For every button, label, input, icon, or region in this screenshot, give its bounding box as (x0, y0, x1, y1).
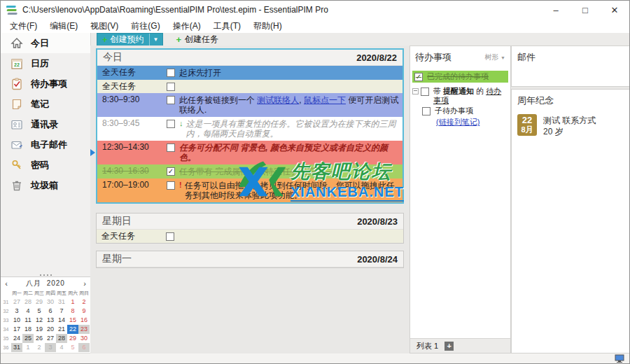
inline-link[interactable]: 测试联络人 (257, 95, 299, 105)
calendar-day[interactable]: 15 (67, 316, 78, 325)
calendar-day[interactable]: 6 (78, 343, 90, 352)
calendar-day[interactable]: 11 (22, 316, 34, 325)
task-row[interactable]: 全天任务起床先打开 (97, 66, 402, 80)
task-row[interactable]: 全天任务 (97, 80, 402, 93)
note-link[interactable]: (链接到笔记) (436, 117, 508, 127)
calendar-day-header: 周一 (11, 289, 22, 298)
calendar-next-icon[interactable]: › (79, 279, 90, 288)
task-checkbox[interactable] (167, 96, 175, 104)
calendar-day[interactable]: 4 (22, 307, 34, 316)
sidebar-item-label: 笔记 (31, 98, 49, 111)
add-list-button[interactable]: + (444, 342, 454, 351)
sidebar-item-6[interactable]: 密码 (1, 155, 90, 175)
calendar-day[interactable]: 1 (22, 343, 34, 352)
task-row[interactable]: 14:30–16:30✓任务带有 完成属性，该特定任务已完成。 (97, 164, 402, 178)
calendar-day[interactable]: 20 (45, 325, 56, 334)
task-row[interactable]: 8:30–9:30此任务被链接到一个 测试联络人, 鼠标点一下 便可开启测试联络… (97, 93, 402, 117)
sidebar-item-0[interactable]: 今日 (1, 33, 90, 53)
task-row[interactable]: 12:30–14:30任务可分配不同 背景色, 颜色来自预定义或者自定义的颜色。 (97, 141, 402, 164)
task-checkbox[interactable]: ✓ (167, 167, 175, 176)
sidebar-item-3[interactable]: 笔记 (1, 94, 90, 114)
menu-item-3[interactable]: 前往(G) (125, 19, 166, 34)
todo-view-mode-dropdown[interactable]: 树形 ▼ (484, 52, 505, 62)
calendar-day[interactable]: 9 (78, 307, 90, 316)
todo-tab-list1[interactable]: 列表 1 (416, 341, 438, 351)
menu-item-5[interactable]: 工具(T) (207, 19, 247, 34)
close-button[interactable]: ✕ (600, 1, 629, 19)
calendar-day[interactable]: 1 (67, 298, 78, 307)
menu-item-1[interactable]: 编辑(E) (43, 19, 84, 34)
calendar-day[interactable]: 3 (11, 307, 22, 316)
calendar-day[interactable]: 14 (56, 316, 67, 325)
task-checkbox[interactable] (167, 69, 175, 77)
minimize-button[interactable]: – (541, 1, 570, 19)
calendar-day[interactable]: 31 (56, 298, 67, 307)
menu-item-0[interactable]: 文件(F) (4, 19, 43, 34)
sidebar-item-label: 密码 (31, 159, 49, 172)
todo-item-2[interactable]: 子待办事项 (422, 106, 508, 115)
calendar-day[interactable]: 26 (34, 334, 45, 343)
task-checkbox[interactable] (167, 144, 175, 152)
calendar-day[interactable]: 2 (78, 298, 90, 307)
menu-item-2[interactable]: 视图(V) (84, 19, 125, 34)
calendar-day[interactable]: 6 (45, 307, 56, 316)
calendar-day[interactable]: 7 (56, 307, 67, 316)
calendar-day[interactable]: 16 (78, 316, 90, 325)
anniversary-item[interactable]: 22 8月 测试 联系方式 20 岁 (512, 112, 630, 139)
calendar-day[interactable]: 4 (56, 343, 67, 352)
sidebar-item-7[interactable]: 垃圾箱 (1, 175, 90, 195)
calendar-day[interactable]: 13 (45, 316, 56, 325)
todo-checkbox[interactable] (421, 88, 429, 96)
calendar-prev-icon[interactable]: ‹ (1, 279, 12, 288)
calendar-day[interactable]: 25 (22, 334, 34, 343)
calendar-day[interactable]: 27 (45, 334, 56, 343)
task-checkbox[interactable] (167, 181, 175, 190)
calendar-day-today[interactable]: 22 (67, 325, 78, 334)
menu-item-4[interactable]: 操作(A) (167, 19, 207, 34)
calendar-day[interactable]: 30 (78, 334, 90, 343)
calendar-day[interactable]: 18 (22, 325, 34, 334)
calendar-day[interactable]: 5 (67, 343, 78, 352)
task-checkbox[interactable] (167, 83, 175, 91)
sidebar-item-5[interactable]: 电子邮件 (1, 134, 90, 155)
calendar-day[interactable]: 10 (11, 316, 22, 325)
calendar-day[interactable]: 29 (34, 298, 45, 307)
task-row[interactable]: 17:00–19:00!任务可以自由拖拽、拷贝到任何时间段。您可以拖拽此任务到其… (97, 178, 402, 202)
calendar-day[interactable]: 31 (11, 343, 22, 352)
expander-icon[interactable] (412, 88, 419, 94)
calendar-day[interactable]: 24 (11, 334, 22, 343)
sidebar-item-1[interactable]: 22日历 (1, 53, 90, 74)
new-appointment-button[interactable]: + 创建预约 ▼ (97, 33, 163, 46)
menu-item-6[interactable]: 帮助(H) (247, 19, 288, 34)
calendar-day[interactable]: 27 (11, 298, 22, 307)
calendar-day[interactable]: 17 (11, 325, 22, 334)
calendar-day[interactable]: 19 (34, 325, 45, 334)
task-row[interactable]: 8:30–9:45↓这是一项具有重复性的任务。它被设置为在接下来的三周内，每隔两… (97, 117, 402, 141)
day-section-0: 今日2020/8/22全天任务起床先打开全天任务8:30–9:30此任务被链接到… (96, 48, 404, 204)
calendar-day[interactable]: 3 (45, 343, 56, 352)
todo-item-0[interactable]: ✓已完成的待办事项 (412, 71, 508, 83)
calendar-day[interactable]: 5 (34, 307, 45, 316)
maximize-button[interactable]: □ (570, 1, 600, 19)
sidebar-item-4[interactable]: 通讯录 (1, 114, 90, 134)
task-row[interactable]: 全天任务 (97, 230, 403, 243)
calendar-day[interactable]: 28 (22, 298, 34, 307)
calendar-day[interactable]: 12 (34, 316, 45, 325)
todo-checkbox[interactable] (422, 107, 430, 115)
calendar-day[interactable]: 2 (34, 343, 45, 352)
calendar-day[interactable]: 8 (67, 307, 78, 316)
task-checkbox[interactable] (166, 232, 174, 241)
calendar-day[interactable]: 29 (67, 334, 78, 343)
todo-checkbox[interactable]: ✓ (414, 73, 423, 81)
inline-link[interactable]: 鼠标点一下 (304, 95, 346, 105)
todo-item-1[interactable]: 带 提醒通知 的 待办事项 (412, 87, 508, 105)
calendar-day[interactable]: 21 (56, 325, 67, 334)
new-task-button[interactable]: + 创建任务 (172, 34, 224, 46)
calendar-day[interactable]: 23 (78, 325, 90, 334)
calendar-day[interactable]: 30 (45, 298, 56, 307)
sidebar-item-2[interactable]: 待办事项 (1, 74, 90, 94)
calendar-day[interactable]: 28 (56, 334, 67, 343)
new-appointment-dropdown[interactable]: ▼ (149, 34, 162, 46)
day-section-header: 星期日2020/8/23 (97, 214, 403, 230)
task-checkbox[interactable] (167, 120, 175, 128)
